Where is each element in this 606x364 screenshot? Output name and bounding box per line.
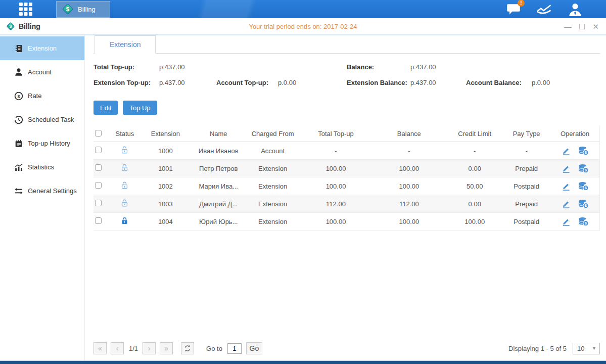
name-cell: Иван Иванов bbox=[192, 147, 245, 155]
dollar-circle-icon: $ bbox=[14, 92, 23, 101]
balance-cell: 100.00 bbox=[371, 218, 447, 225]
sidebar-item-label: Scheduled Task bbox=[28, 116, 74, 123]
sidebar-item-label: Extension bbox=[28, 44, 57, 52]
row-checkbox[interactable] bbox=[95, 182, 102, 189]
sidebar-item[interactable]: Statistics bbox=[0, 155, 84, 179]
edit-pencil-icon[interactable] bbox=[562, 217, 571, 226]
total-topup-cell: 100.00 bbox=[301, 183, 371, 190]
name-cell: Мария Ива... bbox=[192, 183, 245, 190]
topup-coins-icon[interactable]: $ bbox=[578, 217, 589, 226]
charged-from-cell: Extension bbox=[245, 165, 301, 172]
extension-cell: 1000 bbox=[139, 147, 192, 155]
edit-pencil-icon[interactable] bbox=[562, 181, 571, 191]
operation-cell: $ bbox=[550, 146, 599, 156]
sidebar-item[interactable]: Extension bbox=[0, 36, 84, 60]
notepad-icon bbox=[14, 139, 23, 148]
sidebar-item[interactable]: $ Rate bbox=[0, 84, 84, 108]
window-title: $ Billing bbox=[6, 22, 40, 31]
first-page-button[interactable]: « bbox=[94, 342, 107, 354]
pagination-bar: « ‹ 1/1 › » Go to Go Displaying 1 - 5 of… bbox=[94, 336, 600, 360]
trial-notice: Your trial period ends on: 2017-02-24 bbox=[0, 23, 606, 30]
account-topup-label: Account Top-up: bbox=[216, 79, 278, 86]
billing-diamond-icon: $ bbox=[6, 22, 15, 31]
topup-coins-icon[interactable]: $ bbox=[578, 164, 589, 173]
sidebar-item-label: Account bbox=[28, 68, 52, 76]
topup-coins-icon[interactable]: $ bbox=[578, 146, 589, 156]
edit-pencil-icon[interactable] bbox=[562, 164, 571, 173]
column-charged-from: Charged From bbox=[245, 130, 301, 138]
operation-cell: $ bbox=[550, 217, 599, 226]
extension-cell: 1001 bbox=[139, 165, 192, 172]
edit-button[interactable]: Edit bbox=[94, 101, 118, 115]
total-topup-cell: 100.00 bbox=[301, 165, 371, 172]
credit-limit-cell: 0.00 bbox=[447, 200, 502, 208]
select-all-checkbox[interactable] bbox=[95, 130, 102, 136]
svg-text:$: $ bbox=[10, 24, 12, 29]
refresh-button[interactable] bbox=[181, 342, 194, 354]
total-topup-value: p.437.00 bbox=[159, 63, 185, 71]
page-size-select[interactable]: 10 ▼ bbox=[573, 343, 600, 354]
prev-page-button[interactable]: ‹ bbox=[111, 342, 124, 354]
edit-pencil-icon[interactable] bbox=[562, 146, 571, 155]
app-grid-icon[interactable] bbox=[18, 2, 33, 17]
row-checkbox[interactable] bbox=[95, 200, 102, 206]
credit-limit-cell: 100.00 bbox=[447, 218, 502, 225]
table-row: 1004 Юрий Юрь... Extension 100.00 100.00… bbox=[94, 213, 599, 231]
sidebar-item[interactable]: General Settings bbox=[0, 179, 84, 203]
total-topup-label: Total Top-up: bbox=[94, 63, 159, 71]
balance-cell: 100.00 bbox=[371, 183, 447, 190]
go-button[interactable]: Go bbox=[246, 342, 262, 354]
column-total-topup: Total Top-up bbox=[301, 130, 371, 138]
row-checkbox[interactable] bbox=[95, 217, 102, 224]
minimize-button[interactable]: — bbox=[564, 23, 572, 30]
unlocked-icon bbox=[120, 199, 129, 207]
row-checkbox[interactable] bbox=[95, 147, 102, 153]
operation-cell: $ bbox=[550, 164, 599, 173]
displaying-text: Displaying 1 - 5 of 5 bbox=[508, 345, 567, 352]
sidebar-item[interactable]: Account bbox=[0, 60, 84, 84]
charged-from-cell: Extension bbox=[245, 200, 301, 208]
charged-from-cell: Extension bbox=[245, 183, 301, 190]
last-page-button[interactable]: » bbox=[160, 342, 173, 354]
column-status: Status bbox=[111, 130, 139, 138]
sidebar-item[interactable]: Scheduled Task bbox=[0, 108, 84, 131]
operation-cell: $ bbox=[550, 181, 599, 191]
user-icon[interactable] bbox=[568, 3, 583, 16]
topup-coins-icon[interactable]: $ bbox=[578, 181, 589, 191]
total-topup-cell: 112.00 bbox=[301, 200, 371, 208]
tab-bar: Extension bbox=[94, 35, 600, 54]
total-topup-cell: 100.00 bbox=[301, 218, 371, 225]
row-checkbox[interactable] bbox=[95, 164, 102, 171]
tab-extension[interactable]: Extension bbox=[95, 35, 156, 54]
sidebar-item[interactable]: Top-up History bbox=[0, 131, 84, 155]
column-operation: Operation bbox=[550, 130, 599, 138]
history-clock-icon bbox=[14, 115, 23, 124]
chat-icon[interactable]: ! bbox=[506, 3, 521, 16]
line-chart-icon[interactable] bbox=[536, 3, 552, 16]
next-page-button[interactable]: › bbox=[143, 342, 156, 354]
edit-pencil-icon[interactable] bbox=[562, 199, 571, 208]
topup-coins-icon[interactable]: $ bbox=[578, 199, 589, 209]
sidebar: Extension Account $ Rate Scheduled Task … bbox=[0, 35, 85, 360]
balance-cell: 100.00 bbox=[371, 165, 447, 172]
credit-limit-cell: 0.00 bbox=[447, 165, 502, 172]
maximize-button[interactable]: ☐ bbox=[579, 23, 585, 30]
total-topup-cell: - bbox=[301, 147, 371, 155]
summary: Total Top-up: p.437.00 Balance: p.437.00… bbox=[94, 61, 600, 93]
window-titlebar: $ Billing Your trial period ends on: 201… bbox=[0, 18, 606, 35]
goto-page-input[interactable] bbox=[227, 343, 242, 354]
extension-topup-label: Extension Top-up: bbox=[94, 79, 159, 86]
pay-type-cell: Postpaid bbox=[502, 183, 550, 190]
extensions-table: Status Extension Name Charged From Total… bbox=[94, 126, 600, 231]
balance-cell: - bbox=[371, 147, 447, 155]
page-size-value: 10 bbox=[577, 345, 584, 352]
caret-down-icon: ▼ bbox=[592, 346, 596, 351]
taskbar-billing-tab[interactable]: $ Billing bbox=[56, 1, 110, 18]
top-up-button[interactable]: Top Up bbox=[123, 101, 157, 115]
close-button[interactable]: ✕ bbox=[592, 23, 599, 30]
extension-balance-value: p.437.00 bbox=[410, 79, 466, 86]
table-body: 1000 Иван Иванов Account - - - - $ bbox=[94, 142, 599, 231]
sidebar-item-label: General Settings bbox=[28, 187, 77, 195]
table-row: 1002 Мария Ива... Extension 100.00 100.0… bbox=[94, 177, 599, 195]
pay-type-cell: Prepaid bbox=[502, 165, 550, 172]
